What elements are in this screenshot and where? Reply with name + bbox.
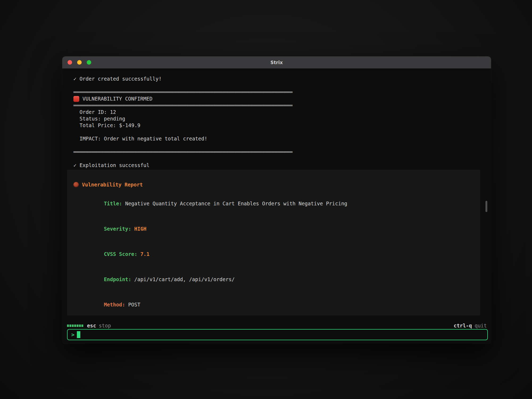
method-label: Method: xyxy=(104,302,125,307)
blank-line xyxy=(73,82,480,89)
desktop-background: Strix ✓ Order created successfully! ════… xyxy=(0,0,532,399)
separator-line: ════════════════════════════════════════… xyxy=(73,102,480,109)
impact-line: IMPACT: Order with negative total create… xyxy=(73,135,480,142)
terminal-window: Strix ✓ Order created successfully! ════… xyxy=(62,56,491,344)
vulnerability-report-panel: Vulnerability Report Title: Negative Qua… xyxy=(67,170,480,315)
title-value: Negative Quantity Acceptance in Cart Ena… xyxy=(122,201,347,206)
report-method-line: Method: POST xyxy=(73,295,469,314)
terminal-content: ✓ Order created successfully! ══════════… xyxy=(62,69,491,315)
traffic-lights xyxy=(68,56,91,68)
endpoint-label: Endpoint: xyxy=(104,276,131,282)
command-input[interactable]: > xyxy=(67,329,488,340)
alert-icon xyxy=(73,96,79,102)
endpoint-value: /api/v1/cart/add, /api/v1/orders/ xyxy=(131,276,235,282)
exploitation-success-line: ✓ Exploitation successful xyxy=(73,162,480,169)
vulnerability-confirmed-line: VULNERABILITY CONFIRMED xyxy=(73,95,480,102)
report-title-line: Title: Negative Quantity Acceptance in C… xyxy=(73,194,469,213)
minimize-button[interactable] xyxy=(77,60,82,65)
text-cursor xyxy=(77,331,80,338)
report-severity-line: Severity: HIGH xyxy=(73,219,469,238)
maximize-button[interactable] xyxy=(87,60,91,65)
report-header-text: Vulnerability Report xyxy=(82,181,143,188)
quit-hint-group: ctrl-q quit xyxy=(454,323,487,329)
bug-icon xyxy=(73,182,79,187)
cvss-score-label: CVSS Score: xyxy=(104,251,137,257)
close-button[interactable] xyxy=(68,60,72,65)
separator-line: ════════════════════════════════════════… xyxy=(73,149,480,155)
order-status-line: Status: pending xyxy=(73,115,480,122)
prompt-symbol: > xyxy=(71,331,74,338)
order-total-line: Total Price: $-149.9 xyxy=(73,122,480,129)
report-header-line: Vulnerability Report xyxy=(73,181,469,188)
quit-hint-label: quit xyxy=(475,323,487,329)
blank-line xyxy=(73,155,480,162)
order-success-line: ✓ Order created successfully! xyxy=(73,76,480,82)
window-titlebar: Strix xyxy=(62,56,491,69)
esc-key-hint: esc xyxy=(87,323,96,329)
cvss-score-value: 7.1 xyxy=(137,251,149,257)
method-value: POST xyxy=(125,302,140,307)
separator-line: ════════════════════════════════════════… xyxy=(73,89,480,95)
scrollbar-thumb[interactable] xyxy=(485,201,487,212)
severity-value: HIGH xyxy=(131,226,146,232)
spinner-icon xyxy=(67,325,83,327)
title-label: Title: xyxy=(104,201,122,206)
ctrl-q-key-hint: ctrl-q xyxy=(454,323,472,329)
stop-hint-label: stop xyxy=(99,323,111,329)
severity-label: Severity: xyxy=(104,226,131,232)
report-endpoint-line: Endpoint: /api/v1/cart/add, /api/v1/orde… xyxy=(73,270,469,289)
vulnerability-confirmed-text: VULNERABILITY CONFIRMED xyxy=(82,95,152,102)
status-bar: esc stop ctrl-q quit xyxy=(67,322,487,329)
blank-line xyxy=(73,142,480,149)
order-id-line: Order ID: 12 xyxy=(73,109,480,115)
blank-line xyxy=(73,129,480,135)
window-title: Strix xyxy=(62,60,491,65)
report-cvss-score-line: CVSS Score: 7.1 xyxy=(73,244,469,264)
